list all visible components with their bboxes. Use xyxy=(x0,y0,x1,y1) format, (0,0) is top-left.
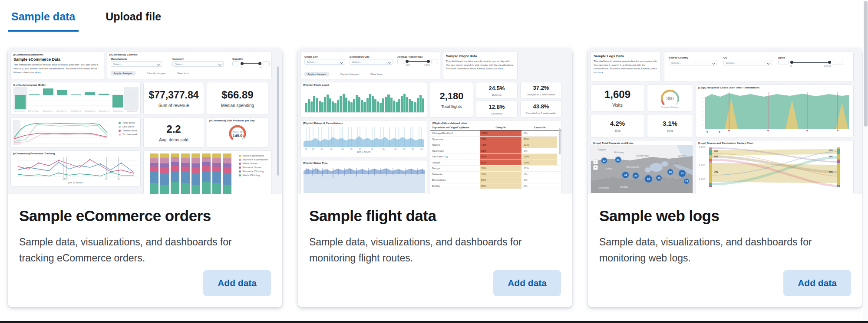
revenue-x-axis: 2021-07-132021-07-142021-07-152021-07-16… xyxy=(11,110,140,113)
slider-max-box xyxy=(833,60,843,65)
sankey-axis-label: 1,800 xyxy=(699,146,705,148)
panel-title: [Logs] Total Requests and Bytes xyxy=(591,140,693,145)
panel-sum-of-revenue: $77,377.84 Sum of revenue xyxy=(143,82,204,115)
panel-promotion-tracking: [eCommerce] Promotion Tracking per 12 ho… xyxy=(10,150,141,187)
markdown-body: This dashboard contains sample data for … xyxy=(11,62,104,75)
items-line-legend: Total itemsLast weekTransactionsTx. last… xyxy=(119,121,138,136)
map-city-label: Omaha xyxy=(620,186,628,188)
panel-median-spending: $66.89 Median spending xyxy=(207,82,268,115)
panel-delays-cancellations: [Flights] Delays & Cancellations per 3 h… xyxy=(300,120,427,157)
panel-visits: 1,609 Visits xyxy=(591,85,644,111)
trans-per-day-gauge: Trans / day 149.0 xyxy=(224,122,251,142)
control-origin-city: Origin City Select... xyxy=(304,55,345,65)
add-data-button-ecommerce[interactable]: Add data xyxy=(203,270,271,296)
map-zoom-out-button: − xyxy=(593,165,598,170)
slider-min-box xyxy=(232,61,239,66)
clear-form-button: Clear form xyxy=(370,72,383,76)
slider-max-box xyxy=(263,61,270,66)
panel-flight-controls: Origin City Select... Destination City S… xyxy=(300,52,440,79)
gauge-label: Unique Visitors xyxy=(647,106,693,108)
control-destination-city: Destination City Select... xyxy=(350,55,393,65)
ticket-price-slider: 1001200 xyxy=(406,59,430,64)
panel-title: [eCommerce] Promotion Tracking xyxy=(11,151,140,155)
card-body: Sample eCommerce orders Sample data, vis… xyxy=(8,194,282,307)
map-cluster-bubble: 21 xyxy=(615,157,621,163)
svg-text:149.0: 149.0 xyxy=(233,134,243,138)
panel-flight-count: [Flights] Flight count xyxy=(300,82,427,117)
apply-changes-button: Apply changes xyxy=(111,71,135,75)
sankey-node-label: BR xyxy=(714,155,718,158)
card-title: Sample flight data xyxy=(309,207,561,225)
card-body: Sample web logs Sample data, visualizati… xyxy=(588,194,862,307)
panel-title: [Flights] Most delayed cities xyxy=(430,121,561,125)
map-cluster-bubble: 30 xyxy=(633,173,639,179)
os-select: Select... xyxy=(723,60,772,65)
table-row: Rochester63%0% xyxy=(430,148,561,154)
visitors-map: Regina Winnipeg Thunder Bay Minneapolis … xyxy=(591,145,693,193)
panel-title: [eCommerce] Sold Products per Day xyxy=(207,118,268,122)
scrollbar-thumb[interactable] xyxy=(864,1,868,127)
map-cluster-bubble: 13 xyxy=(684,179,689,184)
panel-delayed-vs: 37.2% Delayed vs 1 week earlier xyxy=(520,82,562,99)
map-cluster-bubble: 44 xyxy=(622,172,629,178)
panel-avg-items-sold: 2.2 Avg. items sold xyxy=(143,117,204,148)
markdown-heading: Sample Logs Data xyxy=(591,52,660,59)
panel-delay-type: [Flights] Delay Type xyxy=(300,160,427,194)
thumbnail-scrollbar xyxy=(277,66,279,176)
panel-ecommerce-markdown: [eCommerce] Markdown Sample eCommerce Da… xyxy=(10,52,104,79)
ecommerce-preview-image: [eCommerce] Markdown Sample eCommerce Da… xyxy=(8,48,282,194)
sankey-node-label: BD xyxy=(829,149,833,152)
destination-city-select: Select... xyxy=(350,59,393,65)
category-stacked-bars xyxy=(150,153,231,194)
table-header: Top values of OriginCityName Delay % Can… xyxy=(430,125,561,131)
delayed-cities-rows: Chicago/Rockford100%0%Syracuse75%25%Napl… xyxy=(430,131,561,189)
panel-total-flights: 2,180 Total flights xyxy=(430,82,473,117)
table-row: Bangor50%17% xyxy=(430,166,561,172)
panel-unique-visitors-gauge: 800 Unique Visitors xyxy=(647,85,693,111)
svg-text:Trans / day: Trans / day xyxy=(231,131,244,133)
flight-count-histogram xyxy=(305,88,424,113)
tab-sample-data[interactable]: Sample data xyxy=(8,10,79,32)
promotion-line-chart xyxy=(13,155,138,181)
card-description: Sample data, visualizations, and dashboa… xyxy=(309,234,547,266)
panel-title: % of target revenue ($10k) xyxy=(11,82,140,87)
table-row: Syracuse75%25% xyxy=(430,137,561,143)
map-city-label: Thunder Bay xyxy=(635,154,649,157)
card-body: Sample flight data Sample data, visualiz… xyxy=(298,194,572,307)
panel-delayed: 24.5% Delayed xyxy=(476,82,518,99)
card-title: Sample web logs xyxy=(599,207,851,225)
docs-link: docs xyxy=(35,71,41,74)
panel-title: [Flights] Flight count xyxy=(301,82,427,87)
tab-bar: Sample data Upload file xyxy=(0,0,868,32)
delays-x-label: per 3 hours xyxy=(301,150,427,153)
map-cluster-bubble: 15 xyxy=(656,175,662,181)
panel-target-revenue: % of target revenue ($10k) xyxy=(10,82,141,115)
panel-most-delayed-cities: [Flights] Most delayed cities Top values… xyxy=(430,120,562,194)
card-ecommerce: [eCommerce] Markdown Sample eCommerce Da… xyxy=(8,48,282,307)
tab-upload-file[interactable]: Upload file xyxy=(102,10,165,32)
panel-sales-by-category: Men's AccessoriesWomen's AccessoriesMen'… xyxy=(143,150,272,194)
add-data-button-web-logs[interactable]: Add data xyxy=(783,270,851,296)
svg-text:800: 800 xyxy=(667,96,674,101)
category-legend: Men's AccessoriesWomen's AccessoriesMen'… xyxy=(239,154,268,176)
table-row: Naples71%21% xyxy=(430,142,561,148)
delay-type-chart xyxy=(303,165,426,193)
panel-400s: 4.2% 400s xyxy=(591,114,644,137)
flights-preview-image: Origin City Select... Destination City S… xyxy=(298,48,572,194)
map-city-label: Quebec xyxy=(678,154,686,157)
panel-requests-map: [Logs] Total Requests and Bytes xyxy=(591,140,693,194)
control-quantity: Quantity 14 xyxy=(232,58,270,66)
markdown-body: This dashboard contains sample data for … xyxy=(443,59,517,72)
panel-500s: 3.1% 500s xyxy=(647,114,693,137)
page-scrollbar[interactable] xyxy=(863,0,868,321)
controls-buttons: Apply changes Cancel changes Clear form xyxy=(111,71,189,75)
map-city-label: Pierre xyxy=(606,167,612,170)
panel-title: [Logs] Source and Destination Sankey Cha… xyxy=(696,140,853,145)
add-data-button-flights[interactable]: Add data xyxy=(493,270,561,296)
table-row: Birmingham50%0% xyxy=(430,177,561,183)
sankey-image xyxy=(698,145,851,190)
map-city-label: Ottawa xyxy=(670,162,678,164)
control-category: Category Select... xyxy=(172,58,224,67)
manufacturer-select: Select... xyxy=(111,61,162,67)
control-source-country: Source Country Select... xyxy=(669,56,717,65)
